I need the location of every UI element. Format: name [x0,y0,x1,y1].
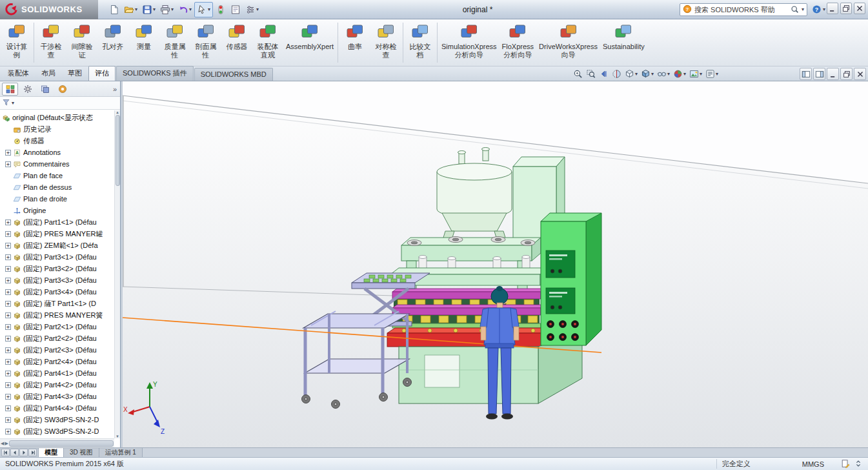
hole-alignment-button[interactable]: 孔对齐 [97,21,128,51]
feature-tree-item[interactable]: +AAnnotations [0,147,114,158]
new-document-button[interactable] [107,2,121,17]
expand-toggle[interactable]: + [5,405,11,411]
search-magnifier-holder[interactable] [791,5,799,15]
feature-tree-item[interactable]: Plan de dessus [0,181,114,193]
manager-tabs-overflow[interactable]: » [113,85,118,93]
nav-prev-button[interactable] [10,449,19,456]
feature-tree-item[interactable]: +(固定) Part1<1> (Défau [0,216,114,228]
tab-evaluate[interactable]: 评估 [88,66,116,81]
mass-properties-button[interactable]: 质量属性 [159,21,190,59]
configuration-manager-tab[interactable] [37,83,53,96]
expand-toggle[interactable]: + [5,336,11,342]
tab-assembly[interactable]: 装配体 [2,66,35,81]
property-manager-tab[interactable] [19,83,35,96]
units-indicator[interactable]: MMGS [802,460,824,468]
expand-toggle[interactable]: + [5,347,11,353]
pane-right-button[interactable] [813,68,825,80]
assemblyxpert-button[interactable]: AssemblyXpert [283,21,336,51]
feature-tree-item[interactable]: 历史记录 [0,123,114,135]
file-properties-button[interactable] [228,2,243,17]
feature-tree-item[interactable]: +(固定) Part4<4> (Défau [0,402,114,414]
feature-tree-item[interactable]: +(固定) SW3dPS-SN-2-D [0,425,114,437]
help-dropdown-arrow[interactable]: ▾ [823,7,825,12]
view-settings-button[interactable]: ▾ [704,68,720,80]
scroll-left-arrow[interactable]: ◀ [1,441,4,446]
feature-tree-item[interactable]: Plan de face [0,170,114,181]
expand-toggle[interactable]: + [5,150,11,156]
design-study-button[interactable]: 设计算例 [1,21,32,59]
measure-button[interactable]: 测量 [128,21,159,51]
expand-toggle[interactable]: + [5,394,11,400]
tab-solidworks-addins[interactable]: SOLIDWORKS 插件 [116,66,194,81]
scroll-right-arrow[interactable]: ▶ [5,441,8,446]
graphics-viewport[interactable]: X Y Z [123,81,868,447]
scroll-down-arrow[interactable]: ▼ [116,434,119,438]
viewport-canvas[interactable]: X Y Z [123,81,868,447]
feature-tree-item[interactable]: +(固定) Part2<3> (Défau [0,344,114,356]
expand-toggle[interactable]: + [5,161,11,167]
help-search-box[interactable]: ? 搜索 SOLIDWORKS 帮助 ▾ [680,3,807,16]
expand-toggle[interactable]: + [5,324,11,330]
expand-toggle[interactable]: + [5,301,11,307]
doc-restore-button[interactable] [840,68,853,80]
nav-first-button[interactable] [1,449,10,456]
curvature-button[interactable]: 曲率 [339,21,370,51]
feature-tree-item[interactable]: +(固定) PRES MANYER罐 [0,228,114,240]
expand-toggle[interactable]: + [5,220,11,225]
section-properties-button[interactable]: 剖面属性 [190,21,221,59]
tab-solidworks-mbd[interactable]: SOLIDWORKS MBD [194,68,273,81]
symmetry-check-button[interactable]: 对称检查 [370,21,401,59]
feature-tree-item[interactable]: +(固定) Part4<1> (Défau [0,367,114,379]
help-button[interactable]: ? ▾ [812,3,825,16]
sensor-button[interactable]: 传感器 [221,21,252,51]
feature-tree-item[interactable]: Plan de droite [0,193,114,205]
feature-tree-item[interactable]: +(固定) SW3dPS-SN-2-D [0,414,114,425]
expand-toggle[interactable]: + [5,231,11,237]
feature-tree-item[interactable]: Origine [0,205,114,216]
floxpress-wizard-button[interactable]: FloXpress分析向导 [500,21,537,59]
expand-toggle[interactable]: + [5,359,11,365]
save-button[interactable]: ▾ [140,2,157,17]
rebuild-button[interactable] [214,2,228,17]
display-style-button[interactable]: ▾ [640,68,655,80]
tree-vertical-scrollbar[interactable]: ▲ ▼ [114,110,120,438]
hide-show-items-button[interactable]: ▾ [656,68,671,80]
tree-horizontal-scrollbar[interactable]: ◀ ▶ [0,438,114,447]
expand-toggle[interactable]: + [5,243,11,249]
print-button[interactable]: ▾ [158,2,176,17]
compare-documents-button[interactable]: 比较文档 [405,21,436,59]
feature-tree-item[interactable]: +(固定) Part4<3> (Défau [0,391,114,402]
feature-tree-item[interactable]: +(固定) Part2<2> (Défau [0,332,114,344]
close-button[interactable] [854,3,865,14]
view-orientation-button[interactable]: ▾ [623,68,639,80]
expand-toggle[interactable]: + [5,266,11,272]
section-view-button[interactable] [611,68,623,80]
expand-toggle[interactable]: + [5,278,11,283]
simulationxpress-wizard-button[interactable]: SimulationXpress分析向导 [439,21,500,59]
maximize-button[interactable] [840,3,852,14]
scrollbar-thumb[interactable] [116,115,120,186]
feature-tree-item[interactable]: 传感器 [0,135,114,147]
expand-toggle[interactable]: + [5,417,11,423]
apply-scene-button[interactable]: ▾ [688,68,703,80]
feature-tree-item[interactable]: +(固定) ZEM範<1> (Défa [0,240,114,251]
tab-sketch[interactable]: 草图 [62,66,88,81]
document-tab-model[interactable]: 模型 [39,448,64,457]
feature-tree-item[interactable]: +(固定) Part4<2> (Défau [0,379,114,391]
search-dropdown-arrow[interactable]: ▾ [802,7,804,12]
select-button[interactable]: ▾ [194,2,213,17]
assembly-visualization-button[interactable]: 装配体直观 [252,21,283,59]
scrollbar-thumb[interactable] [9,440,114,447]
tab-layout[interactable]: 布局 [35,66,61,81]
feature-tree-item[interactable]: +(固定) Part3<2> (Défau [0,263,114,274]
doc-close-button[interactable] [854,68,866,80]
pane-left-button[interactable] [800,68,812,80]
filter-dropdown-arrow[interactable]: ▾ [12,101,14,106]
feature-tree-item[interactable]: +(固定) Part3<4> (Défau [0,286,114,298]
expand-toggle[interactable]: + [5,289,11,295]
expand-toggle[interactable]: + [5,254,11,260]
interference-check-button[interactable]: 干涉检查 [35,21,66,59]
feature-manager-tab[interactable] [2,83,18,96]
feature-tree-item[interactable]: +(固定) Part2<1> (Défau [0,321,114,332]
status-note-button[interactable] [841,459,850,469]
